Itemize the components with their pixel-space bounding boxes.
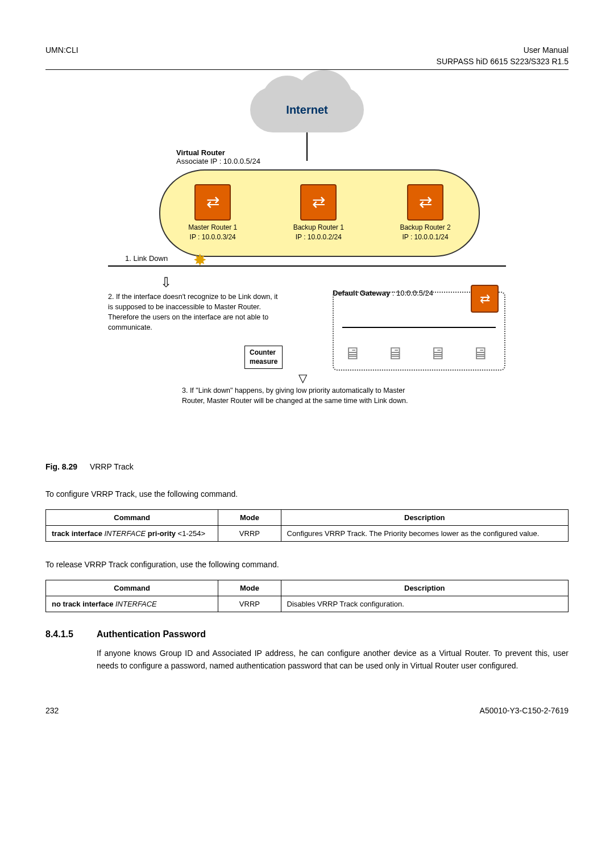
th-description: Description — [281, 510, 568, 526]
page: UMN:CLI User Manual SURPASS hiD 6615 S22… — [0, 0, 614, 738]
th-description: Description — [281, 580, 568, 596]
cmd-range: <1-254> — [178, 529, 205, 538]
pc-icon — [472, 344, 495, 367]
lan-wire — [342, 327, 496, 328]
command-table-1: Command Mode Description track interface… — [45, 509, 569, 542]
arrow-down-icon: ⇩ — [160, 275, 172, 290]
gateway-router-icon — [471, 285, 499, 313]
table-row: no track interface INTERFACE VRRP Disabl… — [46, 596, 569, 612]
th-mode: Mode — [218, 580, 281, 596]
paragraph-1: To configure VRRP Track, use the followi… — [45, 488, 569, 500]
cmd-param: INTERFACE — [115, 600, 157, 608]
pc-icon — [387, 344, 409, 367]
virtual-router-label: Virtual Router Associate IP : 10.0.0.5/2… — [176, 148, 260, 165]
section-body: If anyone knows Group ID and Associated … — [97, 647, 569, 672]
router-icon — [300, 184, 337, 221]
command-table-2: Command Mode Description no track interf… — [45, 580, 569, 612]
section-title: Authentication Password — [97, 629, 206, 639]
header-right-2: SURPASS hiD 6615 S223/S323 R1.5 — [45, 57, 569, 66]
cmd-kw: pri-ority — [146, 529, 177, 538]
counter-measure-box: Counter measure — [244, 346, 283, 369]
master-router-1: Master Router 1 IP : 10.0.0.3/24 — [188, 184, 237, 242]
counter-l2: measure — [250, 358, 277, 366]
pc-row — [334, 344, 504, 367]
router-ip: IP : 10.0.0.2/24 — [293, 232, 344, 242]
vrrp-diagram: Internet Virtual Router Associate IP : 1… — [108, 87, 506, 451]
td-description: Configures VRRP Track. The Priority beco… — [281, 526, 568, 542]
th-mode: Mode — [218, 510, 281, 526]
page-number: 232 — [45, 706, 59, 715]
header-left: UMN:CLI — [45, 45, 78, 55]
table-row: track interface INTERFACE pri-ority <1-2… — [46, 526, 569, 542]
virtual-router-ip: Associate IP : 10.0.0.5/24 — [176, 157, 260, 165]
note-3: 3. If "Link down" happens, by giving low… — [182, 385, 409, 406]
link-down-label: 1. Link Down — [125, 254, 168, 263]
backup-router-2: Backup Router 2 IP : 10.0.0.1/24 — [400, 184, 450, 242]
lan-box — [333, 292, 505, 371]
cmd-param: INTERFACE — [105, 529, 146, 538]
page-header: UMN:CLI User Manual — [45, 45, 569, 55]
figure-number: Fig. 8.29 — [45, 462, 77, 471]
internet-label: Internet — [286, 103, 327, 116]
counter-l1: Counter — [250, 348, 276, 356]
table-header-row: Command Mode Description — [46, 510, 569, 526]
header-rule — [45, 69, 569, 70]
router-icon — [194, 184, 231, 221]
section-heading: 8.4.1.5 Authentication Password — [45, 629, 569, 639]
router-name: Backup Router 2 — [400, 223, 450, 232]
header-right-1: User Manual — [524, 45, 569, 55]
page-footer: 232 A50010-Y3-C150-2-7619 — [45, 706, 569, 715]
td-description: Disables VRRP Track configuration. — [281, 596, 568, 612]
figure-title: VRRP Track — [90, 462, 134, 471]
pc-icon — [344, 344, 367, 367]
td-command: no track interface INTERFACE — [46, 596, 218, 612]
figure-caption: Fig. 8.29 VRRP Track — [45, 462, 569, 471]
link-down-row: 1. Link Down ✸ — [108, 258, 506, 275]
cmd-kw: track interface — [52, 529, 105, 538]
document-number: A50010-Y3-C150-2-7619 — [480, 706, 569, 715]
router-ip: IP : 10.0.0.3/24 — [188, 232, 237, 242]
cmd-kw: no track interface — [52, 600, 115, 608]
router-icon — [407, 184, 443, 221]
horizontal-wire — [108, 265, 506, 267]
router-name: Backup Router 1 — [293, 223, 344, 232]
note-2: 2. If the interface doesn't recognize to… — [108, 292, 279, 333]
internet-cloud-icon: Internet — [250, 87, 364, 132]
cloud-to-vr-line — [306, 132, 308, 161]
backup-router-1: Backup Router 1 IP : 10.0.0.2/24 — [293, 184, 344, 242]
td-mode: VRRP — [218, 596, 281, 612]
td-command: track interface INTERFACE pri-ority <1-2… — [46, 526, 218, 542]
table-header-row: Command Mode Description — [46, 580, 569, 596]
virtual-router-group: Master Router 1 IP : 10.0.0.3/24 Backup … — [159, 169, 480, 257]
router-ip: IP : 10.0.0.1/24 — [400, 232, 450, 242]
pc-icon — [429, 344, 452, 367]
td-mode: VRRP — [218, 526, 281, 542]
paragraph-2: To release VRRP Track configuration, use… — [45, 559, 569, 571]
section-number: 8.4.1.5 — [45, 629, 97, 639]
th-command: Command — [46, 510, 218, 526]
router-name: Master Router 1 — [188, 223, 237, 232]
arrow-down-icon: ▽ — [298, 371, 307, 385]
th-command: Command — [46, 580, 218, 596]
virtual-router-label-b: Virtual Router — [176, 148, 225, 157]
